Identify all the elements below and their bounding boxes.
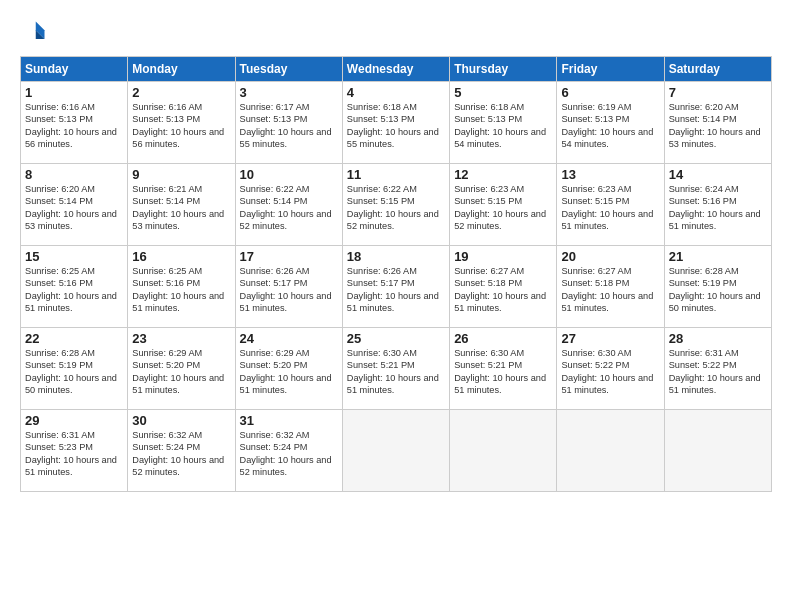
calendar-cell: 5Sunrise: 6:18 AMSunset: 5:13 PMDaylight… xyxy=(450,82,557,164)
day-number: 13 xyxy=(561,167,659,182)
page: SundayMondayTuesdayWednesdayThursdayFrid… xyxy=(0,0,792,502)
day-number: 24 xyxy=(240,331,338,346)
cell-info: Sunrise: 6:31 AMSunset: 5:23 PMDaylight:… xyxy=(25,430,117,477)
day-number: 25 xyxy=(347,331,445,346)
calendar-cell: 9Sunrise: 6:21 AMSunset: 5:14 PMDaylight… xyxy=(128,164,235,246)
calendar-cell: 28Sunrise: 6:31 AMSunset: 5:22 PMDayligh… xyxy=(664,328,771,410)
calendar-week-2: 8Sunrise: 6:20 AMSunset: 5:14 PMDaylight… xyxy=(21,164,772,246)
calendar-header-sunday: Sunday xyxy=(21,57,128,82)
cell-info: Sunrise: 6:18 AMSunset: 5:13 PMDaylight:… xyxy=(347,102,439,149)
day-number: 7 xyxy=(669,85,767,100)
calendar-cell: 15Sunrise: 6:25 AMSunset: 5:16 PMDayligh… xyxy=(21,246,128,328)
cell-info: Sunrise: 6:27 AMSunset: 5:18 PMDaylight:… xyxy=(561,266,653,313)
cell-info: Sunrise: 6:20 AMSunset: 5:14 PMDaylight:… xyxy=(25,184,117,231)
calendar-cell xyxy=(450,410,557,492)
calendar-cell: 20Sunrise: 6:27 AMSunset: 5:18 PMDayligh… xyxy=(557,246,664,328)
cell-info: Sunrise: 6:28 AMSunset: 5:19 PMDaylight:… xyxy=(669,266,761,313)
cell-info: Sunrise: 6:19 AMSunset: 5:13 PMDaylight:… xyxy=(561,102,653,149)
day-number: 27 xyxy=(561,331,659,346)
day-number: 26 xyxy=(454,331,552,346)
cell-info: Sunrise: 6:21 AMSunset: 5:14 PMDaylight:… xyxy=(132,184,224,231)
day-number: 22 xyxy=(25,331,123,346)
calendar-cell: 10Sunrise: 6:22 AMSunset: 5:14 PMDayligh… xyxy=(235,164,342,246)
cell-info: Sunrise: 6:25 AMSunset: 5:16 PMDaylight:… xyxy=(132,266,224,313)
calendar-cell: 14Sunrise: 6:24 AMSunset: 5:16 PMDayligh… xyxy=(664,164,771,246)
cell-info: Sunrise: 6:24 AMSunset: 5:16 PMDaylight:… xyxy=(669,184,761,231)
day-number: 17 xyxy=(240,249,338,264)
calendar-week-3: 15Sunrise: 6:25 AMSunset: 5:16 PMDayligh… xyxy=(21,246,772,328)
cell-info: Sunrise: 6:28 AMSunset: 5:19 PMDaylight:… xyxy=(25,348,117,395)
day-number: 15 xyxy=(25,249,123,264)
calendar-week-1: 1Sunrise: 6:16 AMSunset: 5:13 PMDaylight… xyxy=(21,82,772,164)
cell-info: Sunrise: 6:29 AMSunset: 5:20 PMDaylight:… xyxy=(240,348,332,395)
calendar-cell: 17Sunrise: 6:26 AMSunset: 5:17 PMDayligh… xyxy=(235,246,342,328)
calendar-cell: 18Sunrise: 6:26 AMSunset: 5:17 PMDayligh… xyxy=(342,246,449,328)
calendar-cell: 31Sunrise: 6:32 AMSunset: 5:24 PMDayligh… xyxy=(235,410,342,492)
calendar-table: SundayMondayTuesdayWednesdayThursdayFrid… xyxy=(20,56,772,492)
calendar-cell: 12Sunrise: 6:23 AMSunset: 5:15 PMDayligh… xyxy=(450,164,557,246)
cell-info: Sunrise: 6:27 AMSunset: 5:18 PMDaylight:… xyxy=(454,266,546,313)
cell-info: Sunrise: 6:25 AMSunset: 5:16 PMDaylight:… xyxy=(25,266,117,313)
calendar-header-tuesday: Tuesday xyxy=(235,57,342,82)
calendar-cell xyxy=(557,410,664,492)
day-number: 3 xyxy=(240,85,338,100)
cell-info: Sunrise: 6:17 AMSunset: 5:13 PMDaylight:… xyxy=(240,102,332,149)
calendar-cell: 7Sunrise: 6:20 AMSunset: 5:14 PMDaylight… xyxy=(664,82,771,164)
cell-info: Sunrise: 6:29 AMSunset: 5:20 PMDaylight:… xyxy=(132,348,224,395)
calendar-header-saturday: Saturday xyxy=(664,57,771,82)
day-number: 6 xyxy=(561,85,659,100)
cell-info: Sunrise: 6:22 AMSunset: 5:14 PMDaylight:… xyxy=(240,184,332,231)
cell-info: Sunrise: 6:22 AMSunset: 5:15 PMDaylight:… xyxy=(347,184,439,231)
calendar-cell: 22Sunrise: 6:28 AMSunset: 5:19 PMDayligh… xyxy=(21,328,128,410)
calendar-cell: 24Sunrise: 6:29 AMSunset: 5:20 PMDayligh… xyxy=(235,328,342,410)
day-number: 12 xyxy=(454,167,552,182)
day-number: 29 xyxy=(25,413,123,428)
day-number: 20 xyxy=(561,249,659,264)
day-number: 8 xyxy=(25,167,123,182)
calendar-cell: 1Sunrise: 6:16 AMSunset: 5:13 PMDaylight… xyxy=(21,82,128,164)
cell-info: Sunrise: 6:31 AMSunset: 5:22 PMDaylight:… xyxy=(669,348,761,395)
logo-icon xyxy=(20,18,48,46)
cell-info: Sunrise: 6:26 AMSunset: 5:17 PMDaylight:… xyxy=(347,266,439,313)
day-number: 28 xyxy=(669,331,767,346)
calendar-cell: 4Sunrise: 6:18 AMSunset: 5:13 PMDaylight… xyxy=(342,82,449,164)
cell-info: Sunrise: 6:30 AMSunset: 5:21 PMDaylight:… xyxy=(347,348,439,395)
calendar-cell: 26Sunrise: 6:30 AMSunset: 5:21 PMDayligh… xyxy=(450,328,557,410)
cell-info: Sunrise: 6:16 AMSunset: 5:13 PMDaylight:… xyxy=(132,102,224,149)
calendar-cell xyxy=(664,410,771,492)
calendar-header-row: SundayMondayTuesdayWednesdayThursdayFrid… xyxy=(21,57,772,82)
calendar-cell xyxy=(342,410,449,492)
calendar-header-thursday: Thursday xyxy=(450,57,557,82)
calendar-week-5: 29Sunrise: 6:31 AMSunset: 5:23 PMDayligh… xyxy=(21,410,772,492)
day-number: 30 xyxy=(132,413,230,428)
day-number: 14 xyxy=(669,167,767,182)
calendar-cell: 23Sunrise: 6:29 AMSunset: 5:20 PMDayligh… xyxy=(128,328,235,410)
cell-info: Sunrise: 6:30 AMSunset: 5:21 PMDaylight:… xyxy=(454,348,546,395)
day-number: 23 xyxy=(132,331,230,346)
cell-info: Sunrise: 6:23 AMSunset: 5:15 PMDaylight:… xyxy=(561,184,653,231)
calendar-cell: 30Sunrise: 6:32 AMSunset: 5:24 PMDayligh… xyxy=(128,410,235,492)
calendar-cell: 2Sunrise: 6:16 AMSunset: 5:13 PMDaylight… xyxy=(128,82,235,164)
day-number: 4 xyxy=(347,85,445,100)
calendar-cell: 8Sunrise: 6:20 AMSunset: 5:14 PMDaylight… xyxy=(21,164,128,246)
calendar-header-friday: Friday xyxy=(557,57,664,82)
cell-info: Sunrise: 6:30 AMSunset: 5:22 PMDaylight:… xyxy=(561,348,653,395)
cell-info: Sunrise: 6:23 AMSunset: 5:15 PMDaylight:… xyxy=(454,184,546,231)
day-number: 5 xyxy=(454,85,552,100)
day-number: 9 xyxy=(132,167,230,182)
day-number: 2 xyxy=(132,85,230,100)
calendar-cell: 16Sunrise: 6:25 AMSunset: 5:16 PMDayligh… xyxy=(128,246,235,328)
cell-info: Sunrise: 6:32 AMSunset: 5:24 PMDaylight:… xyxy=(240,430,332,477)
calendar-week-4: 22Sunrise: 6:28 AMSunset: 5:19 PMDayligh… xyxy=(21,328,772,410)
calendar-cell: 25Sunrise: 6:30 AMSunset: 5:21 PMDayligh… xyxy=(342,328,449,410)
calendar-cell: 21Sunrise: 6:28 AMSunset: 5:19 PMDayligh… xyxy=(664,246,771,328)
calendar-cell: 29Sunrise: 6:31 AMSunset: 5:23 PMDayligh… xyxy=(21,410,128,492)
day-number: 1 xyxy=(25,85,123,100)
calendar-header-monday: Monday xyxy=(128,57,235,82)
logo xyxy=(20,18,52,46)
cell-info: Sunrise: 6:32 AMSunset: 5:24 PMDaylight:… xyxy=(132,430,224,477)
day-number: 21 xyxy=(669,249,767,264)
calendar-header-wednesday: Wednesday xyxy=(342,57,449,82)
cell-info: Sunrise: 6:16 AMSunset: 5:13 PMDaylight:… xyxy=(25,102,117,149)
calendar-cell: 3Sunrise: 6:17 AMSunset: 5:13 PMDaylight… xyxy=(235,82,342,164)
